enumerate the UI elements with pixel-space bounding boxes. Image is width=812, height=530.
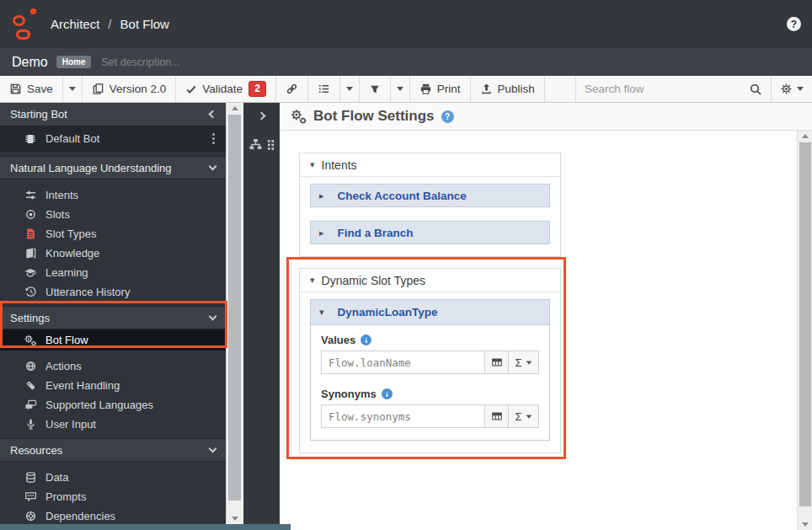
main-scrollbar[interactable] bbox=[797, 131, 812, 530]
history-icon bbox=[24, 286, 37, 299]
scroll-down-button[interactable] bbox=[798, 519, 812, 530]
intents-panel-header[interactable]: Intents bbox=[300, 153, 560, 177]
sidebar-item-dependencies[interactable]: Dependencies bbox=[0, 506, 226, 524]
synonyms-field-label: Synonyms i bbox=[321, 388, 539, 400]
chevron-down-icon bbox=[209, 163, 217, 171]
sidebar-item-learning[interactable]: Learning bbox=[0, 263, 226, 282]
sidebar-section-starting-bot[interactable]: Starting Bot bbox=[0, 103, 226, 126]
chevron-down-icon bbox=[209, 445, 217, 453]
sidebar-item-actions[interactable]: Actions bbox=[0, 356, 226, 376]
search-input[interactable] bbox=[585, 83, 749, 95]
synonyms-expression-input[interactable] bbox=[321, 404, 485, 428]
panel-title: Dynamic Slot Types bbox=[322, 274, 425, 287]
item-label: Slot Types bbox=[45, 228, 96, 240]
sidebar-item-data[interactable]: Data bbox=[0, 468, 226, 487]
item-label: Knowledge bbox=[45, 247, 99, 260]
sidebar-item-event-handling[interactable]: Event Handling bbox=[0, 376, 226, 395]
validate-label: Validate bbox=[202, 83, 243, 95]
expression-mode-button[interactable]: Σ bbox=[509, 404, 539, 428]
sidebar-item-slots[interactable]: Slots bbox=[0, 205, 226, 224]
task-list-menu-button[interactable] bbox=[340, 76, 360, 102]
sigma-icon: Σ bbox=[515, 410, 521, 423]
search-icon[interactable] bbox=[749, 83, 762, 96]
arrow-up-icon bbox=[802, 134, 809, 138]
dynamic-loan-type-header[interactable]: DynamicLoanType bbox=[311, 300, 549, 325]
values-expression-input[interactable] bbox=[321, 351, 485, 374]
bot-flow-settings-gears-icon bbox=[290, 108, 307, 126]
sidebar-section-resources[interactable]: Resources bbox=[0, 438, 226, 462]
breadcrumb-app-name[interactable]: Architect bbox=[51, 17, 99, 31]
filter-icon bbox=[369, 83, 381, 95]
sidebar-section-settings[interactable]: Settings bbox=[0, 306, 226, 329]
filter-button[interactable] bbox=[360, 76, 391, 102]
expand-toolbox-button[interactable] bbox=[243, 103, 280, 119]
literal-editor-button[interactable] bbox=[485, 404, 509, 428]
architect-app: Architect / Bot Flow ? Demo Home Set des… bbox=[0, 0, 812, 530]
versions-icon bbox=[92, 83, 104, 95]
scroll-up-button[interactable] bbox=[798, 131, 812, 142]
scroll-down-button[interactable] bbox=[227, 513, 243, 524]
sidebar-item-intents[interactable]: Intents bbox=[0, 185, 226, 205]
sidebar-item-knowledge[interactable]: Knowledge bbox=[0, 244, 226, 263]
item-label: Slots bbox=[45, 208, 70, 221]
settings-help-icon[interactable]: ? bbox=[441, 110, 454, 123]
save-menu-button[interactable] bbox=[63, 76, 83, 102]
dynamic-loan-type-card: DynamicLoanType Values i Σ bbox=[310, 299, 550, 441]
help-icon[interactable]: ? bbox=[787, 17, 801, 31]
flow-name: Demo bbox=[12, 55, 48, 70]
slot-type-name: DynamicLoanType bbox=[338, 306, 438, 319]
bottom-strip bbox=[0, 524, 291, 530]
intent-find-a-branch[interactable]: Find a Branch bbox=[310, 221, 550, 244]
item-label: Data bbox=[45, 471, 68, 484]
database-icon bbox=[24, 471, 37, 484]
sidebar-item-slot-types[interactable]: Slot Types bbox=[0, 224, 226, 244]
item-label: Default Bot bbox=[45, 132, 99, 145]
publish-button[interactable]: Publish bbox=[471, 76, 545, 102]
literal-editor-button[interactable] bbox=[485, 351, 509, 374]
validate-button[interactable]: Validate 2 bbox=[176, 76, 275, 102]
expression-mode-button[interactable]: Σ bbox=[509, 351, 539, 374]
sidebar-item-default-bot[interactable]: Default Bot bbox=[0, 126, 226, 152]
dynamic-slot-types-panel: Dynamic Slot Types DynamicLoanType Value… bbox=[299, 268, 561, 453]
set-description-field[interactable]: Set description... bbox=[101, 56, 179, 68]
intent-check-account-balance[interactable]: Check Account Balance bbox=[310, 184, 550, 207]
kebab-menu-icon[interactable] bbox=[210, 131, 217, 147]
version-button[interactable]: Version 2.0 bbox=[83, 76, 177, 102]
settings-menu-button[interactable] bbox=[771, 76, 812, 102]
toolbox-strip bbox=[243, 103, 280, 530]
task-list-button[interactable] bbox=[308, 76, 340, 102]
section-label: Settings bbox=[10, 312, 210, 324]
sidebar-item-user-input[interactable]: User Input bbox=[0, 415, 226, 434]
item-label: Prompts bbox=[45, 490, 86, 503]
copy-link-button[interactable] bbox=[276, 76, 308, 102]
prompts-bubble-icon bbox=[24, 490, 37, 504]
scrollbar-thumb[interactable] bbox=[799, 142, 811, 506]
section-label: Resources bbox=[10, 444, 210, 457]
sidebar-item-utterance-history[interactable]: Utterance History bbox=[0, 282, 226, 302]
grip-handle-icon[interactable] bbox=[267, 138, 275, 151]
info-icon[interactable]: i bbox=[361, 335, 371, 345]
sidebar-item-bot-flow[interactable]: Bot Flow bbox=[0, 329, 226, 351]
chevron-down-icon bbox=[797, 87, 804, 91]
scroll-up-button[interactable] bbox=[227, 103, 243, 114]
sitemap-icon[interactable] bbox=[248, 137, 263, 152]
sidebar-scrollbar[interactable] bbox=[226, 103, 243, 524]
item-label: Bot Flow bbox=[45, 334, 88, 346]
filter-menu-button[interactable] bbox=[391, 76, 410, 102]
intents-panel: Intents Check Account Balance Find a Bra… bbox=[299, 153, 561, 257]
dynamic-slot-types-header[interactable]: Dynamic Slot Types bbox=[300, 269, 560, 292]
synonyms-input-row: Σ bbox=[321, 404, 539, 428]
print-button[interactable]: Print bbox=[410, 76, 471, 102]
save-button[interactable]: Save bbox=[0, 76, 63, 102]
sidebar-item-prompts[interactable]: Prompts bbox=[0, 487, 226, 506]
knowledge-book-icon bbox=[24, 247, 37, 260]
breadcrumb-separator: / bbox=[108, 17, 111, 31]
toolbar-spacer bbox=[545, 76, 575, 102]
check-icon bbox=[185, 83, 197, 95]
actions-globe-icon bbox=[24, 360, 37, 373]
info-icon[interactable]: i bbox=[382, 388, 393, 399]
scrollbar-thumb[interactable] bbox=[228, 115, 241, 501]
item-label: Intents bbox=[45, 189, 78, 201]
sidebar-section-nlu[interactable]: Natural Language Understanding bbox=[0, 156, 226, 179]
sidebar-item-supported-languages[interactable]: Supported Languages bbox=[0, 395, 226, 415]
